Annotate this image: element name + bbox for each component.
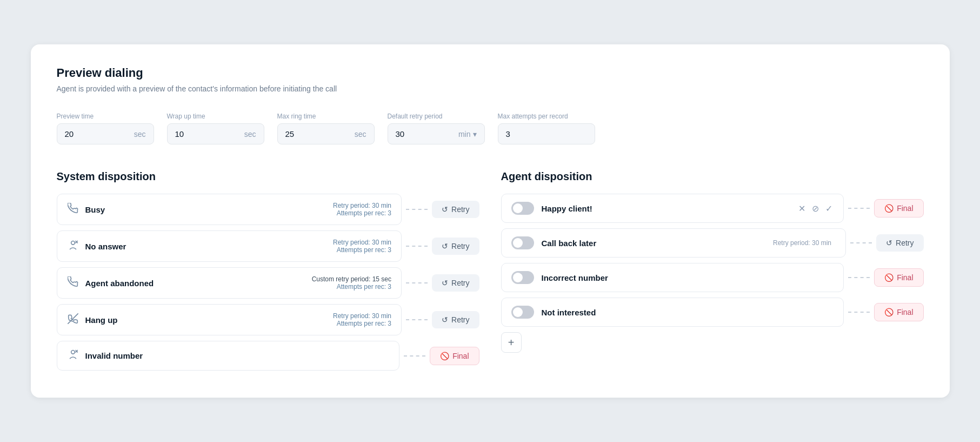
- max-attempts-label: Max attempts per record: [498, 113, 595, 120]
- main-card: Preview dialing Agent is provided with a…: [31, 44, 950, 398]
- preview-time-label: Preview time: [57, 113, 154, 120]
- agent-item-call-back-later-row: Call back later Retry period: 30 min ↺ R…: [501, 228, 924, 258]
- system-item-agent-abandoned-row: Agent abandoned Custom retry period: 15 …: [57, 267, 479, 299]
- no-answer-retry-button[interactable]: ↺ Retry: [432, 238, 479, 255]
- invalid-number-name: Invalid number: [85, 351, 150, 360]
- no-answer-icon: [67, 240, 79, 253]
- incorrect-number-name: Incorrect number: [542, 273, 834, 282]
- not-interested-name: Not interested: [542, 308, 834, 317]
- no-answer-meta: Retry period: 30 min Attempts per rec: 3: [333, 239, 391, 254]
- final-icon-3: 🚫: [884, 273, 894, 282]
- max-ring-time-field: Max ring time sec: [277, 113, 375, 144]
- wrap-up-time-label: Wrap up time: [167, 113, 264, 120]
- page-header: Preview dialing Agent is provided with a…: [57, 66, 924, 93]
- no-answer-connector: [402, 246, 432, 247]
- max-ring-time-unit: sec: [355, 130, 366, 138]
- happy-client-clear-button[interactable]: ✕: [797, 202, 806, 215]
- retry-icon-4: ↺: [442, 315, 448, 324]
- agent-abandoned-icon: [67, 276, 79, 290]
- default-retry-period-field: Default retry period min ▾: [388, 113, 485, 144]
- hang-up-name: Hang up: [85, 315, 150, 325]
- agent-item-not-interested-row: Not interested 🚫 Final: [501, 298, 924, 327]
- page-title: Preview dialing: [57, 66, 924, 80]
- hang-up-icon: [67, 313, 79, 327]
- agent-item-not-interested: Not interested: [501, 298, 844, 327]
- happy-client-toggle[interactable]: [511, 202, 534, 215]
- wrap-up-time-input[interactable]: [175, 129, 208, 138]
- call-back-later-name: Call back later: [542, 239, 766, 248]
- busy-connector: [402, 209, 432, 210]
- agent-abandoned-name: Agent abandoned: [85, 279, 154, 288]
- retry-icon-3: ↺: [442, 279, 448, 287]
- system-item-invalid-number: Invalid number: [57, 341, 400, 371]
- wrap-up-time-unit: sec: [244, 130, 256, 138]
- final-icon-2: 🚫: [884, 204, 894, 213]
- system-item-hang-up-row: Hang up Retry period: 30 min Attempts pe…: [57, 304, 479, 335]
- no-answer-name: No answer: [85, 242, 150, 251]
- default-retry-period-input-wrapper: min ▾: [388, 123, 485, 144]
- add-disposition-button[interactable]: +: [501, 332, 522, 353]
- invalid-number-icon: [67, 349, 79, 362]
- invalid-number-connector: [399, 355, 430, 357]
- call-back-later-toggle[interactable]: [511, 236, 534, 249]
- default-retry-period-label: Default retry period: [388, 113, 485, 120]
- svg-point-0: [71, 241, 75, 245]
- system-item-hang-up: Hang up Retry period: 30 min Attempts pe…: [57, 304, 402, 335]
- disposition-section: System disposition Busy Retry period: 30…: [57, 170, 924, 376]
- preview-time-input[interactable]: [65, 129, 97, 138]
- system-item-busy-row: Busy Retry period: 30 min Attempts per r…: [57, 194, 479, 225]
- wrap-up-time-input-wrapper: sec: [167, 123, 264, 144]
- happy-client-connector: [844, 208, 874, 209]
- busy-meta: Retry period: 30 min Attempts per rec: 3: [333, 202, 391, 217]
- happy-client-final-button[interactable]: 🚫 Final: [874, 199, 923, 217]
- plus-icon: +: [508, 337, 515, 349]
- page-subtitle: Agent is provided with a preview of the …: [57, 84, 924, 93]
- happy-client-input-actions: ✕ ⊘ ✓: [797, 202, 834, 215]
- hang-up-meta: Retry period: 30 min Attempts per rec: 3: [333, 312, 391, 327]
- call-back-later-retry-button[interactable]: ↺ Retry: [876, 234, 923, 252]
- agent-item-incorrect-number-row: Incorrect number 🚫 Final: [501, 263, 924, 292]
- incorrect-number-toggle[interactable]: [511, 271, 534, 284]
- agent-abandoned-retry-button[interactable]: ↺ Retry: [432, 274, 479, 292]
- agent-abandoned-meta: Custom retry period: 15 sec Attempts per…: [312, 275, 391, 291]
- agent-disposition-title: Agent disposition: [501, 170, 924, 183]
- agent-disposition-col: Agent disposition ✕ ⊘ ✓: [501, 170, 924, 376]
- hang-up-connector: [402, 319, 432, 320]
- not-interested-final-button[interactable]: 🚫 Final: [874, 303, 923, 321]
- busy-name: Busy: [85, 205, 150, 214]
- happy-client-cancel-button[interactable]: ⊘: [811, 202, 820, 215]
- default-retry-period-input[interactable]: [396, 129, 428, 138]
- settings-row: Preview time sec Wrap up time sec Max ri…: [57, 113, 924, 144]
- system-disposition-title: System disposition: [57, 170, 479, 183]
- retry-icon-2: ↺: [442, 242, 448, 250]
- max-ring-time-label: Max ring time: [277, 113, 375, 120]
- not-interested-toggle[interactable]: [511, 306, 534, 319]
- incorrect-number-final-button[interactable]: 🚫 Final: [874, 268, 923, 287]
- system-item-no-answer: No answer Retry period: 30 min Attempts …: [57, 230, 402, 262]
- busy-retry-button[interactable]: ↺ Retry: [432, 201, 479, 218]
- incorrect-number-connector: [844, 277, 874, 278]
- max-ring-time-input[interactable]: [285, 129, 318, 138]
- system-item-busy: Busy Retry period: 30 min Attempts per r…: [57, 194, 402, 225]
- final-icon-4: 🚫: [884, 308, 894, 316]
- retry-icon: ↺: [442, 205, 448, 214]
- happy-client-name-input[interactable]: [542, 204, 786, 213]
- max-attempts-input[interactable]: [506, 129, 571, 138]
- invalid-number-final-button[interactable]: 🚫 Final: [430, 347, 479, 365]
- agent-item-happy-client-row: ✕ ⊘ ✓ 🚫 Final: [501, 194, 924, 223]
- call-back-later-meta: Retry period: 30 min: [773, 239, 831, 247]
- system-item-agent-abandoned: Agent abandoned Custom retry period: 15 …: [57, 267, 402, 299]
- default-retry-period-unit[interactable]: min ▾: [458, 130, 477, 138]
- preview-time-input-wrapper: sec: [57, 123, 154, 144]
- agent-item-incorrect-number: Incorrect number: [501, 263, 844, 292]
- happy-client-confirm-button[interactable]: ✓: [824, 202, 834, 215]
- system-item-no-answer-row: No answer Retry period: 30 min Attempts …: [57, 230, 479, 262]
- agent-abandoned-connector: [402, 282, 432, 283]
- preview-time-unit: sec: [134, 130, 146, 138]
- not-interested-connector: [844, 312, 874, 313]
- agent-item-call-back-later: Call back later Retry period: 30 min: [501, 228, 846, 258]
- final-icon: 🚫: [440, 352, 449, 360]
- max-attempts-input-wrapper: [498, 123, 595, 144]
- hang-up-retry-button[interactable]: ↺ Retry: [432, 311, 479, 328]
- svg-point-4: [71, 351, 75, 354]
